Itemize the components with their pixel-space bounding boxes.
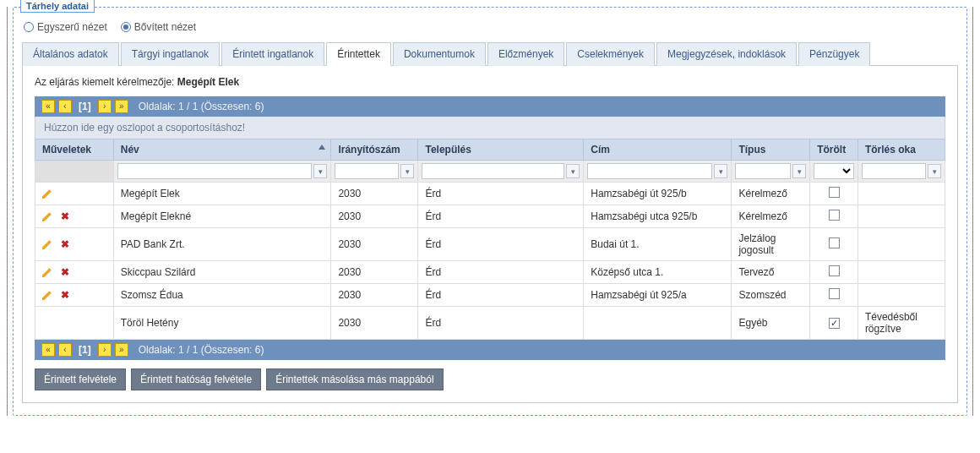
radio-icon	[24, 22, 34, 32]
cell-delreason	[858, 261, 945, 284]
cell-addr: Hamzsabégi út 925/a	[584, 284, 732, 307]
highlighted-applicant: Az eljárás kiemelt kérelmezője: Megépít …	[35, 76, 945, 88]
tab-cselekmenyek[interactable]: Cselekmények	[566, 42, 655, 66]
col-name-label: Név	[121, 144, 139, 156]
table-header-row: Műveletek Név Irányítószám Település Cím…	[35, 139, 945, 161]
pager-next-button[interactable]: ›	[98, 100, 112, 113]
tab-dokumentumok[interactable]: Dokumentumok	[393, 42, 486, 66]
cell-delreason: Tévedésből rögzítve	[858, 307, 945, 340]
deleted-checkbox[interactable]	[829, 318, 840, 329]
cell-delreason	[858, 284, 945, 307]
cell-zip: 2030	[331, 183, 418, 205]
deleted-checkbox[interactable]	[829, 210, 840, 221]
tab-penzugyek[interactable]: Pénzügyek	[798, 42, 870, 66]
radio-simple-view[interactable]: Egyszerű nézet	[24, 21, 107, 33]
col-deleted[interactable]: Törölt	[810, 139, 858, 161]
filter-icon[interactable]: ▾	[313, 164, 327, 178]
radio-extended-view[interactable]: Bővített nézet	[121, 21, 196, 33]
storage-panel: Tárhely adatai Egyszerű nézet Bővített n…	[13, 7, 967, 416]
col-ops[interactable]: Műveletek	[35, 139, 114, 161]
group-drop-area[interactable]: Húzzon ide egy oszlopot a csoportosításh…	[35, 117, 945, 139]
tab-erintett-ing[interactable]: Érintett ingatlanok	[221, 42, 324, 66]
add-affected-button[interactable]: Érintett felvétele	[35, 368, 126, 390]
cell-city: Érd	[418, 183, 584, 205]
cell-type: Egyéb	[732, 307, 810, 340]
pager-current-page: [1]	[75, 101, 95, 112]
filter-icon[interactable]: ▾	[400, 164, 414, 178]
pager-last-button[interactable]: »	[115, 343, 128, 357]
table-row: ✖Megépít Elekné2030ÉrdHamzsabégi utca 92…	[35, 205, 945, 228]
cell-zip: 2030	[331, 261, 418, 284]
panel-title: Tárhely adatai	[20, 0, 95, 13]
col-zip[interactable]: Irányítószám	[331, 139, 418, 161]
cell-addr	[584, 307, 732, 340]
cell-name: Megépít Elekné	[113, 205, 331, 228]
pager-next-button[interactable]: ›	[98, 343, 112, 357]
edit-icon[interactable]	[42, 211, 52, 221]
edit-icon[interactable]	[42, 267, 52, 277]
tab-altalanos[interactable]: Általános adatok	[22, 42, 119, 66]
col-name[interactable]: Név	[113, 139, 331, 161]
filter-type-input[interactable]	[735, 163, 791, 179]
pager-info: Oldalak: 1 / 1 (Összesen: 6)	[139, 344, 264, 356]
radio-simple-label: Egyszerű nézet	[37, 21, 107, 33]
cell-type: Kérelmező	[732, 183, 810, 205]
pager-prev-button[interactable]: ‹	[58, 343, 72, 357]
cell-type: Kérelmező	[732, 205, 810, 228]
pager-last-button[interactable]: »	[115, 100, 128, 113]
table-row: Töröl Hetény2030ÉrdEgyébTévedésből rögzí…	[35, 307, 945, 340]
tab-erintettek[interactable]: Érintettek	[326, 42, 391, 66]
delete-icon[interactable]: ✖	[61, 212, 69, 221]
table-row: ✖Szomsz Édua2030ÉrdHamzsabégi út 925/aSz…	[35, 284, 945, 307]
tab-elozmenyek[interactable]: Előzmények	[487, 42, 564, 66]
deleted-checkbox[interactable]	[829, 288, 840, 299]
filter-icon[interactable]: ▾	[792, 164, 806, 178]
cell-addr: Középső utca 1.	[584, 261, 732, 284]
pager-prev-button[interactable]: ‹	[58, 100, 72, 113]
tab-targyi[interactable]: Tárgyi ingatlanok	[121, 42, 220, 66]
col-addr[interactable]: Cím	[584, 139, 732, 161]
cell-name: Skiccpau Szilárd	[113, 261, 331, 284]
pager-current-page: [1]	[75, 344, 95, 356]
filter-addr-input[interactable]	[587, 163, 712, 179]
filter-zip-input[interactable]	[335, 163, 399, 179]
cell-delreason	[858, 228, 945, 261]
sort-asc-icon	[318, 145, 325, 150]
cell-city: Érd	[418, 205, 584, 228]
pager-first-button[interactable]: «	[41, 343, 55, 357]
cell-type: Szomszéd	[732, 284, 810, 307]
deleted-checkbox[interactable]	[829, 187, 840, 198]
edit-icon[interactable]	[42, 239, 52, 249]
filter-city-input[interactable]	[422, 163, 564, 179]
pager-first-button[interactable]: «	[41, 100, 55, 113]
deleted-checkbox[interactable]	[829, 237, 840, 248]
add-authority-button[interactable]: Érintett hatóság felvétele	[131, 368, 261, 390]
radio-extended-label: Bővített nézet	[134, 21, 196, 33]
cell-zip: 2030	[331, 284, 418, 307]
edit-icon[interactable]	[42, 188, 52, 199]
filter-delreason-input[interactable]	[862, 163, 926, 179]
col-city[interactable]: Település	[418, 139, 584, 161]
pager-bottom: « ‹ [1] › » Oldalak: 1 / 1 (Összesen: 6)	[35, 340, 945, 360]
filter-icon[interactable]: ▾	[714, 164, 727, 178]
cell-addr: Hamzsabégi utca 925/b	[584, 205, 732, 228]
cell-city: Érd	[418, 228, 584, 261]
cell-city: Érd	[418, 261, 584, 284]
highlight-prefix: Az eljárás kiemelt kérelmezője:	[35, 76, 177, 88]
col-delreason[interactable]: Törlés oka	[858, 139, 945, 161]
copy-affected-button[interactable]: Érintettek másolása más mappából	[266, 368, 443, 390]
cell-zip: 2030	[331, 307, 418, 340]
delete-icon[interactable]: ✖	[61, 268, 69, 276]
filter-icon[interactable]: ▾	[566, 164, 580, 178]
tab-megjegyzesek[interactable]: Megjegyzések, indoklások	[656, 42, 797, 66]
cell-name: PAD Bank Zrt.	[113, 228, 331, 261]
delete-icon[interactable]: ✖	[61, 291, 69, 299]
deleted-checkbox[interactable]	[829, 265, 840, 276]
col-type[interactable]: Típus	[732, 139, 810, 161]
delete-icon[interactable]: ✖	[61, 240, 69, 248]
filter-deleted-select[interactable]	[814, 163, 854, 179]
cell-delreason	[858, 205, 945, 228]
filter-icon[interactable]: ▾	[928, 164, 941, 178]
edit-icon[interactable]	[42, 290, 52, 300]
filter-name-input[interactable]	[117, 163, 313, 179]
